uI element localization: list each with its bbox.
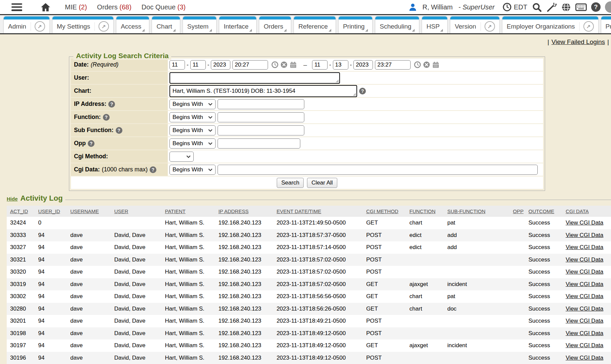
magic-wand-icon[interactable] [546,2,557,12]
tab-chart[interactable]: Chart [152,16,180,33]
clear-date-icon[interactable] [423,61,430,68]
user-input[interactable] [169,72,340,84]
view-cgi-data-link[interactable]: View CGI Data [566,355,603,361]
column-header-event-date-time[interactable]: EVENT DATE/TIME [276,206,366,217]
view-cgi-data-link[interactable]: View CGI Data [566,281,603,287]
column-header-label[interactable]: CGI DATA [566,208,589,214]
search-button[interactable]: Search [277,178,304,188]
hamburger-menu-icon[interactable] [11,3,22,11]
ip-match-select[interactable]: Begins With [169,99,216,109]
cgi-data-input[interactable] [218,165,538,175]
nav-orders[interactable]: Orders (68) [97,3,131,11]
column-header-patient[interactable]: PATIENT [165,206,218,217]
column-header-label[interactable]: USERNAME [70,208,99,214]
clear-date-icon[interactable] [280,61,288,68]
ip-address-input[interactable] [218,99,304,109]
resize-grip[interactable] [336,79,339,82]
view-cgi-data-link[interactable]: View CGI Data [566,342,603,349]
column-header-label[interactable]: OPP [513,208,524,214]
column-header-label[interactable]: CGI METHOD [366,208,398,214]
function-help-icon[interactable]: ? [103,114,110,121]
time-picker-icon[interactable] [271,61,278,68]
tab-reference[interactable]: Reference [294,16,336,33]
column-header-act-id[interactable]: ACT_ID [7,206,38,217]
opp-match-select[interactable]: Begins With [169,138,216,149]
column-header-label[interactable]: FUNCTION [410,208,436,214]
view-cgi-data-link[interactable]: View CGI Data [566,306,603,312]
tab-hsp[interactable]: HSP [422,16,448,33]
cgi-data-match-select[interactable]: Begins With [169,165,216,175]
date-to-day-input[interactable] [333,60,348,70]
cgi-method-select[interactable] [169,152,194,162]
date-to-year-input[interactable] [353,60,373,70]
tab-my-settings[interactable]: My Settings↗ [52,16,114,33]
tab-printing[interactable]: Printing [338,16,373,33]
popout-icon[interactable]: ↗ [485,21,495,32]
view-failed-logins-link[interactable]: View Failed Logins [551,38,605,46]
popout-icon[interactable]: ↗ [35,21,45,32]
column-header-username[interactable]: USERNAME [70,206,114,217]
date-to-time-input[interactable] [375,60,411,70]
clear-all-button[interactable]: Clear All [307,178,337,188]
column-header-cgi-method[interactable]: CGI METHOD [366,206,409,217]
view-cgi-data-link[interactable]: View CGI Data [566,219,603,226]
column-header-outcome[interactable]: OUTCOME [528,206,566,217]
view-cgi-data-link[interactable]: View CGI Data [566,330,603,336]
date-from-time-input[interactable] [232,60,268,70]
keyboard-icon[interactable] [575,3,587,11]
home-icon[interactable] [40,2,51,12]
globe-icon[interactable] [561,2,571,12]
date-to-month-input[interactable] [312,60,328,70]
resize-grip[interactable] [353,93,356,96]
date-from-year-input[interactable] [211,60,230,70]
opp-help-icon[interactable]: ? [88,140,94,147]
column-header-label[interactable]: USER [114,208,128,214]
hide-link[interactable]: Hide [7,196,18,202]
column-header-label[interactable]: ACT_ID [10,208,28,214]
column-header-opp[interactable]: OPP [512,206,528,217]
column-header-user[interactable]: USER [114,206,165,217]
tab-system[interactable]: System [183,16,217,33]
tab-scheduling[interactable]: Scheduling [375,16,419,33]
view-cgi-data-link[interactable]: View CGI Data [566,318,603,324]
tab-provider-management[interactable]: Provider Management↗ [601,16,611,33]
ip-help-icon[interactable]: ? [108,101,115,108]
column-header-label[interactable]: EVENT DATE/TIME [276,208,321,214]
column-header-label[interactable]: USER_ID [38,208,60,214]
view-cgi-data-link[interactable]: View CGI Data [566,269,603,275]
function-input[interactable] [218,112,304,122]
search-icon[interactable] [532,2,542,12]
tab-interface[interactable]: Interface [219,16,257,33]
column-header-label[interactable]: PATIENT [165,208,186,214]
column-header-function[interactable]: FUNCTION [409,206,447,217]
tab-access[interactable]: Access [116,16,149,33]
nav-doc-queue[interactable]: Doc Queue (3) [142,3,186,11]
sub-function-input[interactable] [218,125,304,135]
opp-input[interactable] [218,138,300,149]
time-picker-icon[interactable] [414,61,421,68]
date-from-day-input[interactable] [190,60,206,70]
column-header-label[interactable]: IP ADDRESS [218,208,249,214]
tab-admin[interactable]: Admin↗ [3,16,50,33]
calendar-icon[interactable] [290,61,297,69]
column-header-cgi-data[interactable]: CGI DATA [565,206,611,217]
view-cgi-data-link[interactable]: View CGI Data [566,244,603,250]
cgi-data-help-icon[interactable]: ? [150,166,156,173]
nav-mie[interactable]: MIE (2) [65,3,87,11]
sub-function-help-icon[interactable]: ? [116,127,122,134]
column-header-label[interactable]: SUB-FUNCTION [447,208,485,214]
chart-input[interactable] [169,85,357,97]
popout-icon[interactable]: ↗ [99,21,109,32]
popout-icon[interactable]: ↗ [583,21,594,32]
tab-orders[interactable]: Orders [259,16,291,33]
column-header-sub-function[interactable]: SUB-FUNCTION [447,206,512,217]
sub-function-match-select[interactable]: Begins With [169,125,216,135]
column-header-label[interactable]: OUTCOME [529,208,555,214]
calendar-icon[interactable] [432,61,440,69]
date-from-month-input[interactable] [169,60,185,70]
column-header-ip-address[interactable]: IP ADDRESS [218,206,276,217]
column-header-user-id[interactable]: USER_ID [38,206,70,217]
view-cgi-data-link[interactable]: View CGI Data [566,256,603,263]
view-cgi-data-link[interactable]: View CGI Data [566,293,603,299]
view-cgi-data-link[interactable]: View CGI Data [566,232,603,238]
